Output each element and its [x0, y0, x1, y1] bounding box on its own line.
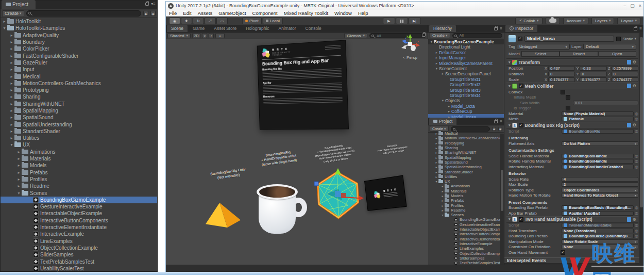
- expand-arrow[interactable]: [9, 74, 14, 79]
- object-picker-icon[interactable]: ◎: [635, 229, 638, 233]
- model-action-button[interactable]: Select: [521, 51, 560, 57]
- checkbox[interactable]: [566, 106, 570, 110]
- cloud-button[interactable]: [546, 18, 560, 24]
- value-field[interactable]: BoundingBoxRig: [562, 129, 634, 134]
- expand-arrow[interactable]: [440, 72, 445, 76]
- hierarchy-row[interactable]: BoundingBoxGizmoExample: [428, 39, 504, 44]
- lighting-toggle[interactable]: ☀: [202, 33, 207, 38]
- menu-item[interactable]: Mixed Reality Toolkit: [284, 10, 328, 16]
- y-field[interactable]: -0.33: [580, 66, 606, 71]
- maximize-button[interactable]: ▢: [630, 3, 635, 8]
- search-input[interactable]: [26, 10, 141, 17]
- label-filter-icon[interactable]: ◉: [498, 127, 502, 131]
- expand-arrow[interactable]: [434, 170, 438, 174]
- tree-row[interactable]: SliderSamples: [1, 251, 157, 258]
- view-tab[interactable]: Animator: [275, 25, 300, 32]
- tree-row[interactable]: Sharing: [428, 145, 504, 150]
- scrollbar[interactable]: [639, 33, 643, 265]
- tree-row[interactable]: Profiles: [428, 203, 504, 207]
- expand-arrow[interactable]: [9, 46, 14, 51]
- tab-project[interactable]: Project: [429, 118, 456, 125]
- expand-arrow[interactable]: [16, 150, 22, 154]
- play-button[interactable]: ▶: [383, 18, 395, 24]
- titlebar[interactable]: Unity 2017.2.1p2 (64bit) - BoundingBoxGi…: [166, 2, 643, 10]
- expand-arrow[interactable]: [447, 109, 451, 114]
- asset-type-filter-icon[interactable]: ◆: [492, 127, 496, 131]
- expand-arrow[interactable]: [447, 104, 451, 108]
- value-field[interactable]: Object Coordinates: [562, 188, 638, 192]
- scrollbar[interactable]: [500, 134, 504, 275]
- tree-row[interactable]: Profiles: [1, 176, 157, 183]
- tree-row[interactable]: ColorPicker: [1, 45, 157, 52]
- expand-arrow[interactable]: [440, 189, 445, 193]
- expand-arrow[interactable]: [9, 102, 14, 106]
- component-checkbox[interactable]: ✓: [519, 123, 523, 127]
- effects-dropdown[interactable]: ▾: [215, 33, 225, 38]
- y-field[interactable]: 0: [580, 72, 606, 76]
- expand-arrow[interactable]: [434, 156, 438, 159]
- gear-icon[interactable]: ⚙: [633, 84, 636, 88]
- hierarchy-row[interactable]: SceneContent: [428, 66, 504, 71]
- tree-row[interactable]: ObjectCollectionExample: [1, 245, 157, 251]
- tree-row[interactable]: Medical: [1, 73, 157, 79]
- tree-row[interactable]: Prefabs: [428, 198, 504, 203]
- tree-row[interactable]: GestureInteractiveExample: [1, 203, 157, 210]
- bounding-box-rig-header[interactable]: ▾ ✓ Bounding Box Rig (Script) ⚙: [506, 122, 638, 128]
- x-field[interactable]: 0: [548, 72, 575, 76]
- scale-tool-button[interactable]: ⤢: [205, 18, 216, 24]
- hand-tool-button[interactable]: ◉: [169, 18, 180, 24]
- menu-item[interactable]: Edit: [183, 10, 191, 16]
- gizmos-dropdown[interactable]: Gizmos▾: [344, 33, 367, 38]
- coffee-cup-object[interactable]: [257, 184, 308, 237]
- view-tab[interactable]: Holographic: [242, 25, 273, 32]
- tree-row[interactable]: BoundingBoxGizmoExample: [1, 197, 157, 203]
- checkbox[interactable]: [561, 90, 565, 94]
- tree-row[interactable]: GestureInteractiveExample: [428, 222, 504, 227]
- hierarchy-row[interactable]: GroupTitleText2: [428, 82, 504, 87]
- tree-row[interactable]: SharingWithUNET: [428, 150, 504, 155]
- account-button[interactable]: Account▾: [563, 18, 588, 24]
- pause-button[interactable]: [396, 18, 408, 24]
- value-field[interactable]: None (Transform): [562, 229, 634, 233]
- expand-arrow[interactable]: [9, 129, 14, 134]
- value-field[interactable]: BoundingBoxHandleGrabbed: [562, 165, 634, 169]
- expand-arrow[interactable]: [434, 141, 438, 145]
- expand-arrow[interactable]: [434, 56, 439, 60]
- active-checkbox[interactable]: ✓: [518, 37, 522, 41]
- project-search-input[interactable]: [451, 126, 490, 132]
- expand-arrow[interactable]: [16, 170, 22, 175]
- menu-item[interactable]: Assets: [198, 10, 213, 16]
- tree-row[interactable]: SpatialUnderstanding: [1, 121, 157, 127]
- hierarchy-row[interactable]: MixedRealityCameraParent: [428, 60, 504, 66]
- lock-icon[interactable]: [634, 27, 637, 30]
- lock-icon[interactable]: [494, 27, 498, 30]
- gameobject-name-field[interactable]: Model_Icosa: [524, 36, 614, 42]
- pivot-toggle[interactable]: Pivot: [242, 18, 262, 24]
- value-field[interactable]: Hand Moves To Rotate Object: [562, 193, 638, 198]
- gear-icon[interactable]: ⚙: [633, 60, 636, 64]
- object-picker-icon[interactable]: ◎: [635, 159, 638, 164]
- object-picker-icon[interactable]: ◎: [635, 205, 638, 210]
- tree-row[interactable]: InteractiveButtonComponents: [1, 217, 157, 224]
- value-field[interactable]: BoundingBoxHandle: [562, 154, 634, 158]
- tree-row[interactable]: Readme: [428, 208, 504, 213]
- panel-menu-icon[interactable]: ▾≡: [151, 2, 156, 6]
- tree-row[interactable]: Medical: [428, 131, 504, 136]
- tree-row[interactable]: Scenes: [428, 213, 504, 217]
- tree-row[interactable]: Utilities: [1, 135, 157, 141]
- close-button[interactable]: ×: [639, 3, 641, 8]
- tree-row[interactable]: Animations: [428, 184, 504, 188]
- tree-row[interactable]: UX: [1, 141, 157, 148]
- value-field[interactable]: BoundingBoxBasic (BoundingBox): [562, 205, 634, 210]
- menu-item[interactable]: Component: [252, 10, 278, 16]
- expand-arrow[interactable]: [9, 60, 14, 65]
- hierarchy-row[interactable]: Model_Octa: [428, 104, 504, 109]
- tree-row[interactable]: HoloToolkit-Examples: [1, 25, 157, 31]
- tree-row[interactable]: StandardShader: [1, 128, 157, 135]
- z-field[interactable]: 0: [612, 72, 638, 76]
- tree-row[interactable]: MotionControllers-GrabMechanics: [1, 80, 157, 87]
- value-field[interactable]: AppBar (AppBar): [562, 211, 634, 216]
- expand-arrow[interactable]: [2, 19, 7, 24]
- move-tool-button[interactable]: ✚: [181, 18, 192, 24]
- two-hand-manipulatable-header[interactable]: ▾ ✓ Two Hand Manipulatable (Script) ⚙: [506, 216, 638, 223]
